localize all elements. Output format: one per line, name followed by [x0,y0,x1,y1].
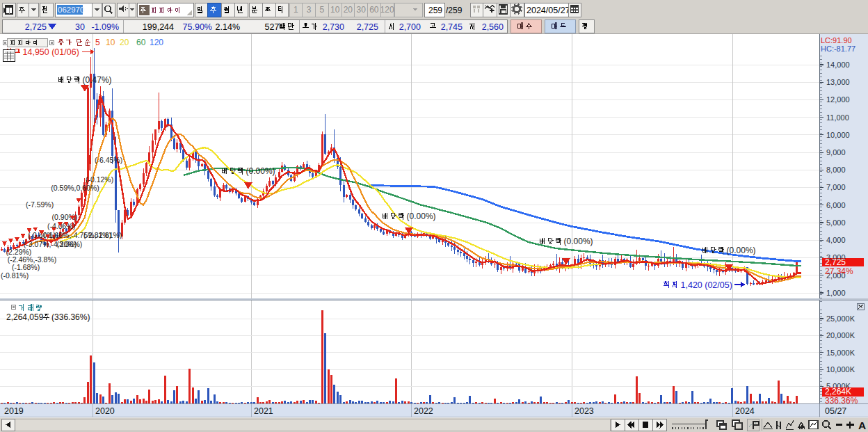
svg-text:120: 120 [380,5,394,15]
svg-text:527: 527 [265,22,280,32]
svg-text:14,950 (01/06): 14,950 (01/06) [23,47,79,57]
svg-text:10: 10 [330,5,340,15]
svg-text:A: A [858,419,866,431]
svg-text:10: 10 [106,38,115,47]
svg-text:2,264,059: 2,264,059 [6,312,44,322]
svg-text:13,000: 13,000 [826,78,850,86]
svg-text:2,560: 2,560 [482,22,504,32]
svg-text:(0.00%): (0.00%) [246,166,275,176]
svg-text:8,000: 8,000 [826,166,846,174]
svg-text:11,000: 11,000 [826,113,849,122]
svg-text:5,000: 5,000 [826,218,846,227]
svg-text:/259: /259 [446,6,463,15]
svg-text:2024/05/27: 2024/05/27 [527,6,570,15]
svg-text:(-6.45%): (-6.45%) [95,156,122,164]
svg-text:HC:-81.77: HC:-81.77 [821,45,855,53]
svg-text:30: 30 [357,5,367,15]
svg-text:(0.47%): (0.47%) [83,75,112,85]
svg-text:2021: 2021 [254,406,273,416]
svg-text:2,730: 2,730 [323,22,344,32]
svg-text:60: 60 [369,5,379,15]
svg-text:(0.00%): (0.00%) [407,211,436,221]
svg-text:9,000: 9,000 [826,148,846,157]
svg-text:12,000: 12,000 [826,95,850,104]
svg-text:(-1.68%): (-1.68%) [12,263,40,271]
svg-text:2,700: 2,700 [399,22,421,32]
svg-text:20: 20 [120,38,129,47]
svg-text:2,725: 2,725 [25,22,47,32]
svg-text:259: 259 [428,6,442,15]
svg-text:-1.09%: -1.09% [91,22,119,32]
svg-text:2,725: 2,725 [357,22,378,32]
svg-text:(336.36%): (336.36%) [51,312,90,322]
svg-text:05/27: 05/27 [825,406,846,416]
svg-text:20: 20 [344,5,353,15]
svg-text:(3.36%): (3.36%) [57,240,83,248]
svg-text:2022: 2022 [414,406,433,416]
svg-text:(-0.12%): (-0.12%) [86,175,113,184]
svg-text:(-2.81%): (-2.81%) [83,231,111,239]
svg-text:25,000K: 25,000K [826,314,855,323]
svg-text:(0.59%,0.60%): (0.59%,0.60%) [51,184,99,192]
svg-text:2024: 2024 [735,406,755,416]
svg-text:1,420 (02/05): 1,420 (02/05) [681,280,732,290]
svg-text:7,000: 7,000 [826,183,846,191]
svg-text:27.34%: 27.34% [825,266,853,276]
svg-text:5: 5 [95,38,100,47]
svg-text:(-0.81%): (-0.81%) [1,271,29,280]
svg-text:4,000: 4,000 [826,236,846,244]
svg-text:20,000K: 20,000K [826,331,855,339]
svg-text:2023: 2023 [574,406,594,416]
svg-text:60: 60 [136,38,146,47]
svg-text:75.90%: 75.90% [183,22,212,32]
svg-text:LC:91.90: LC:91.90 [821,36,852,45]
svg-text:120: 120 [150,38,163,47]
svg-text:2,745: 2,745 [441,22,463,32]
svg-text:(0.00%): (0.00%) [727,246,756,255]
svg-text:199,244: 199,244 [143,22,174,32]
svg-text:(0.00%): (0.00%) [564,237,593,246]
svg-text:10,000K: 10,000K [826,365,855,374]
svg-text:10,000: 10,000 [826,131,850,139]
svg-text:1: 1 [294,5,298,15]
svg-text:(2.29%): (2.29%) [6,248,32,256]
svg-text:6,000: 6,000 [826,201,846,209]
svg-text:(-7.59%): (-7.59%) [26,200,54,209]
svg-text:2020: 2020 [95,406,115,416]
svg-text:30: 30 [75,22,85,32]
svg-text:5: 5 [320,5,325,15]
svg-text:3: 3 [307,5,312,15]
svg-text:14,000: 14,000 [826,61,850,69]
svg-text:1,000: 1,000 [826,289,846,297]
svg-text:062970: 062970 [58,6,84,14]
svg-text:2.14%: 2.14% [216,22,240,32]
svg-text:15,000K: 15,000K [826,349,855,357]
svg-text:2019: 2019 [4,406,24,416]
